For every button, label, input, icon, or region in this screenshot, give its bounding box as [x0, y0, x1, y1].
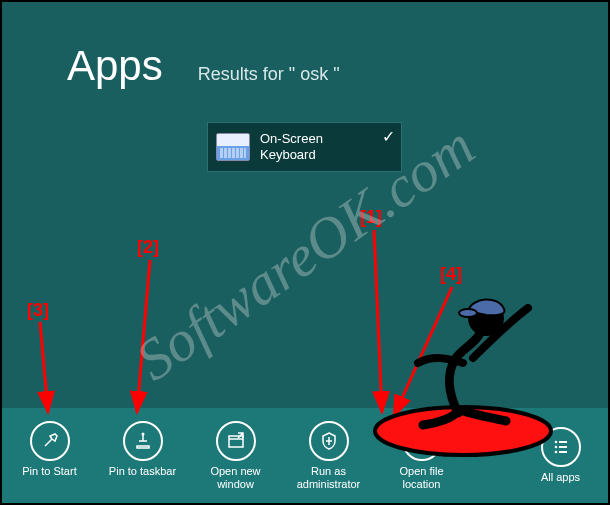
svg-line-12 — [40, 322, 48, 412]
page-title: Apps — [67, 42, 163, 90]
svg-point-16 — [459, 309, 477, 317]
shield-icon — [309, 421, 349, 461]
all-apps-button[interactable]: All apps — [523, 427, 598, 484]
svg-line-13 — [394, 287, 452, 416]
pin-to-start-button[interactable]: Pin to Start — [12, 421, 87, 490]
pin-taskbar-icon — [123, 421, 163, 461]
search-results-label: Results for " osk " — [198, 64, 340, 85]
all-apps-icon — [541, 427, 581, 467]
app-bar: Pin to Start Pin to taskbar Open new win… — [2, 408, 608, 503]
run-as-admin-button[interactable]: Run as administrator — [291, 421, 366, 490]
open-file-location-button[interactable]: Open file location — [384, 421, 459, 490]
pin-icon — [30, 421, 70, 461]
svg-rect-5 — [559, 441, 567, 443]
svg-line-11 — [137, 260, 150, 412]
svg-rect-1 — [229, 436, 243, 447]
svg-point-15 — [468, 300, 504, 336]
window-icon — [216, 421, 256, 461]
svg-rect-9 — [559, 451, 567, 453]
svg-rect-7 — [559, 446, 567, 448]
svg-line-10 — [374, 230, 382, 412]
svg-point-4 — [554, 441, 557, 444]
annotation-1: [1] — [360, 207, 382, 228]
folder-icon — [402, 421, 442, 461]
svg-point-3 — [423, 440, 426, 443]
open-new-window-button[interactable]: Open new window — [198, 421, 273, 490]
svg-point-8 — [554, 451, 557, 454]
annotation-4: [4] — [440, 264, 462, 285]
tile-label: On-Screen Keyboard — [260, 131, 323, 162]
annotation-3: [3] — [27, 300, 49, 321]
svg-point-6 — [554, 446, 557, 449]
keyboard-icon — [216, 133, 250, 161]
annotation-2: [2] — [137, 237, 159, 258]
search-result-tile[interactable]: On-Screen Keyboard ✓ — [207, 122, 402, 172]
pin-to-taskbar-button[interactable]: Pin to taskbar — [105, 421, 180, 490]
svg-point-0 — [141, 432, 144, 435]
checkmark-icon: ✓ — [382, 127, 395, 146]
